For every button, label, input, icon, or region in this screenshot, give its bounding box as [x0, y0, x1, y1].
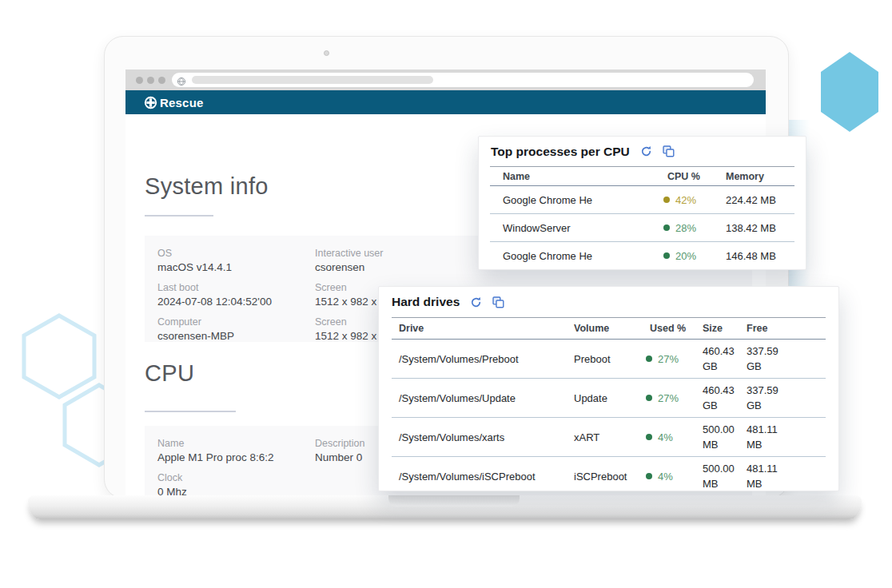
copy-icon[interactable]	[663, 145, 675, 157]
brand-name: Rescue	[160, 96, 204, 109]
refresh-icon[interactable]	[470, 296, 482, 308]
value-number: 481.11	[747, 422, 826, 437]
percent-value: 27%	[658, 353, 679, 365]
value-with-unit: 481.11MB	[747, 422, 826, 452]
column-header: Drive	[399, 323, 574, 334]
field-label: Computer	[157, 315, 315, 329]
status-dot-icon	[663, 252, 670, 259]
section-divider	[145, 215, 213, 217]
field-label: Last boot	[157, 280, 315, 295]
value-with-unit: 460.43GB	[703, 344, 747, 374]
window-control-dot[interactable]	[158, 77, 165, 84]
column-header: Memory	[726, 171, 794, 182]
section-title-system-info: System info	[145, 173, 269, 199]
table-row: /System/Volumes/iSCPrebootiSCPreboot4%50…	[392, 456, 826, 491]
process-name: Google Chrome He	[503, 250, 663, 262]
field-value: Apple M1 Pro proc 8:6:2	[157, 451, 315, 465]
info-field: NameApple M1 Pro proc 8:6:2	[157, 436, 315, 465]
hard-drives-panel: Hard drives DriveVolumeUsed %SizeFree /S…	[378, 286, 839, 491]
panel-title: Top processes per CPU	[490, 145, 630, 159]
status-dot-icon	[646, 395, 652, 401]
window-control-dot[interactable]	[136, 77, 143, 84]
table-row: /System/Volumes/UpdateUpdate27%460.43GB3…	[392, 378, 826, 417]
value-unit: GB	[747, 398, 826, 413]
status-dot-icon	[663, 197, 670, 203]
memory-value: 224.42 MB	[726, 194, 794, 206]
value-with-unit: 500.00MB	[703, 422, 747, 452]
drive-path: /System/Volumes/Preboot	[399, 353, 574, 365]
column-header: Size	[703, 323, 747, 334]
field-label: Name	[157, 436, 315, 451]
table-row: /System/Volumes/PrebootPreboot27%460.43G…	[392, 340, 826, 378]
url-bar[interactable]	[172, 73, 754, 87]
table-header-row: DriveVolumeUsed %SizeFree	[392, 318, 826, 340]
value-number: 481.11	[747, 461, 826, 476]
info-field: Last boot2024-07-08 12:04:52'00	[157, 280, 315, 309]
volume-name: xART	[574, 431, 646, 443]
percent-value: 4%	[658, 431, 673, 443]
rescue-cross-circle-icon	[144, 96, 157, 109]
url-loading-bar	[192, 76, 433, 84]
value-unit: MB	[703, 476, 747, 491]
section-title-cpu: CPU	[145, 360, 194, 386]
table-header-row: NameCPU %Memory	[490, 167, 794, 186]
status-dot-icon	[646, 434, 652, 440]
volume-name: Preboot	[574, 353, 646, 365]
value-unit: MB	[747, 476, 826, 491]
percent-value: 42%	[675, 194, 696, 206]
value-with-unit: 500.00MB	[703, 461, 747, 491]
globe-icon	[177, 75, 186, 89]
process-name: WindowServer	[503, 222, 663, 234]
drive-path: /System/Volumes/Update	[399, 392, 574, 404]
value-with-unit: 337.59GB	[747, 383, 826, 413]
table-row: WindowServer28%138.42 MB	[490, 213, 794, 241]
panel-header: Top processes per CPU	[490, 137, 794, 167]
status-dot-icon	[663, 224, 670, 231]
status-percent: 4%	[646, 431, 703, 443]
hexagon-outline-icon	[24, 316, 94, 397]
percent-value: 20%	[675, 250, 696, 262]
value-number: 460.43	[703, 344, 747, 359]
volume-name: Update	[574, 392, 646, 404]
status-percent: 20%	[663, 250, 726, 262]
window-control-dot[interactable]	[147, 77, 154, 84]
value-unit: MB	[747, 437, 826, 452]
status-percent: 28%	[663, 222, 726, 234]
value-number: 500.00	[703, 422, 747, 437]
refresh-icon[interactable]	[640, 145, 652, 157]
table-row: Google Chrome He42%224.42 MB	[490, 186, 794, 213]
value-number: 460.43	[703, 383, 747, 398]
copy-icon[interactable]	[492, 296, 504, 308]
webcam-dot-icon	[324, 50, 329, 56]
table-row: /System/Volumes/xartsxART4%500.00MB481.1…	[392, 417, 826, 456]
drive-path: /System/Volumes/iSCPreboot	[399, 471, 574, 483]
table-row: Google Chrome He20%146.48 MB	[490, 241, 794, 269]
column-header: CPU %	[663, 171, 726, 182]
drive-path: /System/Volumes/xarts	[399, 431, 574, 443]
value-unit: GB	[703, 359, 747, 374]
browser-chrome	[125, 70, 766, 90]
status-percent: 27%	[646, 353, 703, 365]
column-header: Used %	[646, 323, 703, 334]
volume-name: iSCPreboot	[574, 471, 646, 483]
memory-value: 146.48 MB	[726, 250, 794, 262]
value-number: 337.59	[747, 344, 826, 359]
value-unit: GB	[747, 359, 826, 374]
field-label: Clock	[157, 471, 315, 485]
value-with-unit: 337.59GB	[747, 344, 826, 374]
status-percent: 27%	[646, 392, 703, 404]
top-processes-panel: Top processes per CPU NameCPU %Memory Go…	[478, 136, 806, 270]
value-with-unit: 460.43GB	[703, 383, 747, 413]
app-header: Rescue	[125, 90, 766, 114]
field-value: 2024-07-08 12:04:52'00	[157, 295, 315, 309]
info-field: Clock0 Mhz	[157, 471, 315, 497]
info-field: Computercsorensen-MBP	[157, 315, 315, 344]
column-header: Name	[503, 171, 663, 182]
info-field: OSmacOS v14.4.1	[157, 246, 315, 275]
value-unit: GB	[703, 398, 747, 413]
field-value: csorensen-MBP	[157, 329, 315, 344]
process-name: Google Chrome He	[503, 194, 663, 206]
status-dot-icon	[646, 356, 652, 362]
status-percent: 4%	[646, 471, 703, 483]
value-number: 337.59	[747, 383, 826, 398]
